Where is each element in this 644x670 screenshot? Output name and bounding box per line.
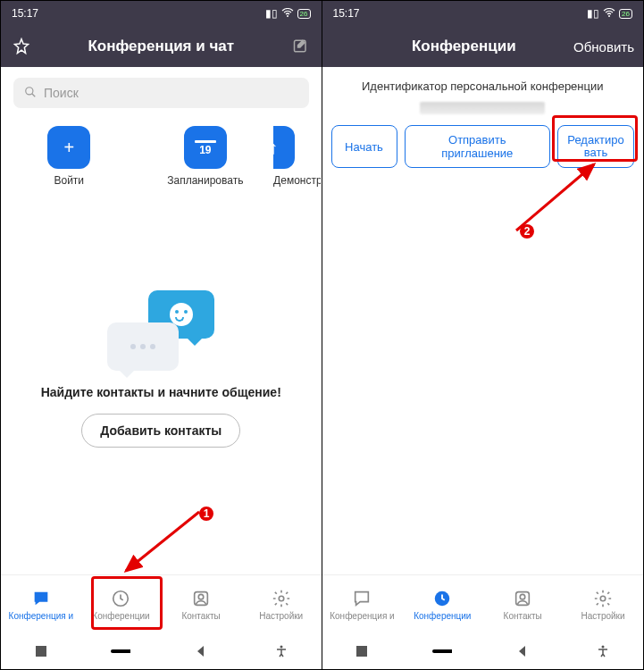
star-icon[interactable] bbox=[10, 38, 33, 55]
content-spacer bbox=[322, 168, 644, 574]
nav-contacts[interactable]: Контакты bbox=[482, 575, 563, 633]
signal-icon: ▮▯ bbox=[265, 7, 278, 20]
chat-illustration bbox=[107, 290, 214, 371]
calendar-icon: 19 bbox=[184, 126, 227, 169]
svg-point-7 bbox=[279, 596, 284, 601]
svg-rect-9 bbox=[111, 649, 130, 653]
nav-contacts[interactable]: Контакты bbox=[161, 575, 241, 633]
wifi-icon bbox=[281, 7, 294, 20]
search-icon bbox=[24, 86, 37, 101]
personal-id-label: Идентификатор персональной конференции bbox=[322, 80, 644, 93]
status-time: 15:17 bbox=[333, 7, 360, 20]
upload-icon: ↑ bbox=[273, 126, 295, 169]
nav-conferences[interactable]: Конференции bbox=[402, 575, 482, 633]
nav-settings[interactable]: Настройки bbox=[563, 575, 643, 633]
battery-icon: 26 bbox=[619, 9, 632, 19]
sys-recents[interactable] bbox=[31, 641, 51, 661]
nav-settings[interactable]: Настройки bbox=[241, 575, 322, 633]
contacts-icon bbox=[513, 589, 532, 608]
sys-accessibility[interactable] bbox=[272, 641, 291, 661]
svg-point-19 bbox=[602, 646, 605, 649]
quick-schedule[interactable]: 19 Запланировать bbox=[138, 126, 274, 187]
status-right: ▮▯ 26 bbox=[587, 7, 632, 20]
svg-point-2 bbox=[26, 87, 33, 94]
svg-point-0 bbox=[287, 15, 289, 17]
wifi-icon bbox=[603, 7, 615, 20]
status-time: 15:17 bbox=[12, 7, 38, 20]
quick-actions: + Войти 19 Запланировать ↑ Демонстраци bbox=[1, 119, 322, 199]
battery-icon: 26 bbox=[297, 9, 311, 19]
contacts-icon bbox=[191, 589, 211, 608]
sys-accessibility[interactable] bbox=[593, 641, 613, 661]
sys-recents[interactable] bbox=[352, 641, 372, 661]
signal-icon: ▮▯ bbox=[587, 7, 599, 20]
svg-point-15 bbox=[520, 594, 525, 599]
screen-conferences: 15:17 ▮▯ 26 Конференции Обновить Идентиф… bbox=[322, 1, 644, 669]
svg-point-6 bbox=[198, 594, 204, 599]
screen-chat: 15:17 ▮▯ 26 Конференция и чат Поиск bbox=[1, 1, 322, 669]
chat-icon bbox=[352, 589, 372, 608]
nav-chat[interactable]: Конференция и bbox=[322, 575, 403, 633]
quick-join[interactable]: + Войти bbox=[1, 126, 138, 187]
svg-point-10 bbox=[280, 646, 282, 649]
header-title: Конференция и чат bbox=[33, 38, 289, 55]
header: Конференция и чат bbox=[1, 26, 322, 67]
sys-back[interactable] bbox=[513, 641, 532, 661]
personal-id-value bbox=[420, 102, 545, 114]
bottom-nav: Конференция и Конференции Контакты Настр… bbox=[322, 574, 644, 633]
sys-back[interactable] bbox=[191, 641, 211, 661]
header: Конференции Обновить bbox=[322, 26, 644, 67]
svg-rect-8 bbox=[36, 646, 46, 657]
search-placeholder: Поиск bbox=[44, 86, 79, 100]
nav-chat[interactable]: Конференция и bbox=[1, 575, 81, 633]
compose-icon[interactable] bbox=[289, 38, 313, 55]
start-button[interactable]: Начать bbox=[331, 125, 397, 168]
clock-icon bbox=[111, 589, 130, 608]
refresh-button[interactable]: Обновить bbox=[573, 39, 634, 54]
sys-home[interactable] bbox=[111, 641, 130, 661]
gear-icon bbox=[593, 589, 613, 608]
plus-icon: + bbox=[47, 126, 90, 169]
chat-icon bbox=[31, 589, 51, 608]
bottom-nav: Конференция и Конференции Контакты Настр… bbox=[1, 574, 322, 633]
edit-button[interactable]: Редактиро вать bbox=[557, 125, 634, 168]
sys-home[interactable] bbox=[432, 641, 452, 661]
quick-demo[interactable]: ↑ Демонстраци bbox=[273, 126, 321, 187]
svg-rect-17 bbox=[356, 646, 367, 657]
system-nav bbox=[1, 633, 322, 669]
svg-point-12 bbox=[608, 15, 610, 17]
gear-icon bbox=[272, 589, 291, 608]
add-contacts-button[interactable]: Добавить контакты bbox=[81, 414, 240, 448]
status-bar: 15:17 ▮▯ 26 bbox=[322, 1, 644, 26]
nav-conferences[interactable]: Конференции bbox=[81, 575, 162, 633]
invite-button[interactable]: Отправить приглашение bbox=[405, 125, 551, 168]
system-nav bbox=[322, 633, 644, 669]
svg-point-16 bbox=[600, 596, 606, 601]
header-title: Конференции bbox=[355, 38, 574, 55]
clock-icon bbox=[432, 589, 452, 608]
search-input[interactable]: Поиск bbox=[13, 78, 309, 108]
action-buttons: Начать Отправить приглашение Редактиро в… bbox=[322, 125, 644, 168]
svg-line-3 bbox=[32, 93, 36, 96]
empty-text: Найдите контакты и начните общение! bbox=[41, 385, 281, 399]
empty-state: Найдите контакты и начните общение! Доба… bbox=[1, 199, 322, 574]
svg-rect-18 bbox=[432, 649, 452, 653]
status-right: ▮▯ 26 bbox=[265, 7, 311, 20]
status-bar: 15:17 ▮▯ 26 bbox=[1, 1, 322, 26]
